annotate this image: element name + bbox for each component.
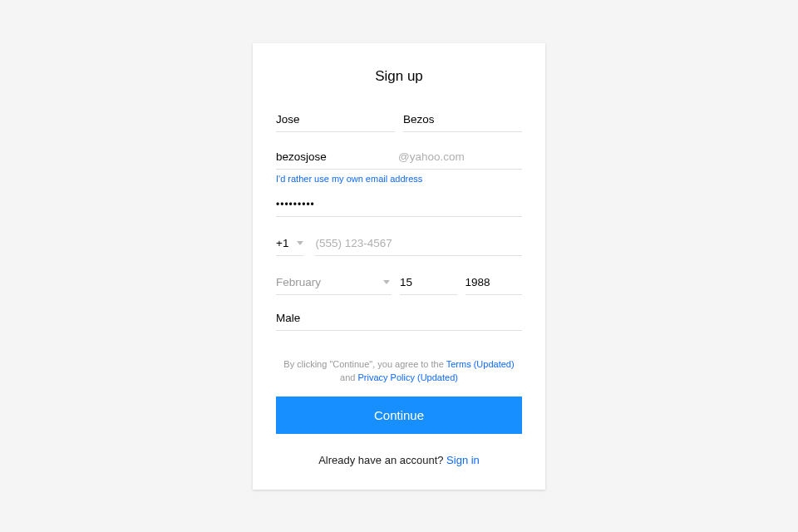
phone-input[interactable] [315,230,522,256]
chevron-down-icon [383,280,390,284]
phone-row: +1 [276,230,522,256]
continue-button[interactable]: Continue [276,397,522,434]
terms-link[interactable]: Terms (Updated) [446,359,515,369]
year-input[interactable] [466,269,523,295]
terms-prefix: By clicking "Continue", you agree to the [283,359,446,369]
name-row [276,106,522,132]
signin-row: Already have an account? Sign in [276,454,522,466]
terms-mid: and [340,372,357,382]
terms-text: By clicking "Continue", you agree to the… [276,357,522,385]
signup-card: Sign up @yahoo.com I'd rather use my own… [253,43,545,490]
password-input[interactable] [276,192,522,217]
signin-link[interactable]: Sign in [446,454,480,466]
month-select[interactable]: February [276,269,392,295]
own-email-link[interactable]: I'd rather use my own email address [276,174,422,184]
country-code-value: +1 [276,237,288,249]
email-local-input[interactable] [276,144,398,169]
country-code-select[interactable]: +1 [276,230,303,256]
signin-text: Already have an account? [318,454,446,466]
day-input[interactable] [400,269,457,295]
dob-row: February [276,269,522,295]
privacy-link[interactable]: Privacy Policy (Updated) [357,372,457,382]
email-row: @yahoo.com [276,144,522,170]
page-title: Sign up [276,68,522,85]
first-name-input[interactable] [276,106,395,132]
last-name-input[interactable] [403,106,522,132]
gender-input[interactable] [276,305,522,331]
chevron-down-icon [297,241,303,245]
month-value: February [276,276,321,288]
email-suffix: @yahoo.com [398,150,522,163]
